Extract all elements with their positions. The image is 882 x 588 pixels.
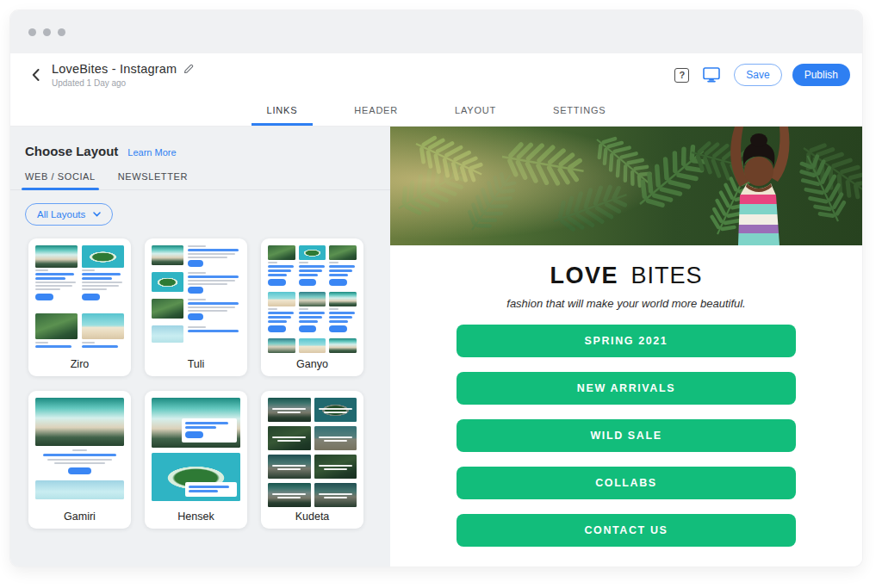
thumbnail-text-line xyxy=(82,269,95,271)
desktop-preview-icon[interactable] xyxy=(703,67,720,83)
all-layouts-dropdown[interactable]: All Layouts xyxy=(25,203,113,226)
thumbnail-text-line xyxy=(82,342,95,344)
edit-pencil-icon[interactable] xyxy=(183,64,194,74)
thumbnail-text-line xyxy=(272,408,306,411)
layout-card-ziro[interactable]: Ziro xyxy=(28,238,131,376)
brand-title-bold: LOVE xyxy=(550,263,618,288)
layout-card-kudeta[interactable]: Kudeta xyxy=(261,391,363,529)
thumbnail-button xyxy=(329,325,347,332)
layout-name: Hensek xyxy=(145,511,247,523)
layout-card-gamiri[interactable]: Gamiri xyxy=(28,391,131,529)
thumbnail-text-line xyxy=(299,320,318,323)
layout-thumbnails-grid: Ziro Tuli Ganyo Gamiri xyxy=(10,226,390,529)
thumbnail-text-line xyxy=(54,462,106,464)
thumbnail-image xyxy=(35,245,78,268)
app-header: LoveBites - Instagram Updated 1 Day ago … xyxy=(10,53,862,96)
thumbnail-overlay-card xyxy=(182,418,237,443)
thumbnail-text-line xyxy=(319,436,352,439)
help-icon[interactable]: ? xyxy=(674,68,689,83)
thumbnail-text-line xyxy=(185,426,216,429)
thumbnail-image xyxy=(152,272,183,292)
layout-card-hensek[interactable]: Hensek xyxy=(145,391,247,529)
thumbnail-button xyxy=(188,287,203,294)
header-controls: ? Save Publish xyxy=(674,64,850,86)
window-dot-icon xyxy=(58,28,65,36)
thumbnail-image xyxy=(82,245,124,268)
thumbnail-text-line xyxy=(329,316,352,319)
thumbnail-text-line xyxy=(299,262,308,263)
sidebar-title: Choose Layout xyxy=(25,144,118,158)
thumbnail-text-line xyxy=(188,257,227,258)
thumbnail-text-line xyxy=(324,440,347,443)
thumbnail-text-line xyxy=(189,490,218,492)
thumbnail-image xyxy=(314,455,357,479)
preview-link-button-spring-2021[interactable]: SPRING 2021 xyxy=(457,325,796,357)
thumbnail-image xyxy=(314,426,357,450)
thumbnail-image xyxy=(35,398,124,446)
thumbnail-text-line xyxy=(329,269,352,272)
learn-more-link[interactable]: Learn More xyxy=(127,147,176,158)
publish-button[interactable]: Publish xyxy=(792,64,850,86)
thumbnail-image xyxy=(268,398,311,422)
preview-link-button-new-arrivals[interactable]: NEW ARRIVALS xyxy=(457,372,796,405)
thumbnail-text-line xyxy=(188,275,239,278)
thumbnail-image xyxy=(35,480,124,499)
back-button[interactable] xyxy=(26,65,45,84)
thumbnail-button xyxy=(299,279,317,286)
tab-links[interactable]: LINKS xyxy=(252,96,314,126)
brand-title-light: BITES xyxy=(631,263,703,288)
preview-link-button-collabs[interactable]: COLLABS xyxy=(457,467,796,499)
tab-header[interactable]: HEADER xyxy=(339,96,413,126)
thumbnail-text-line xyxy=(72,449,86,451)
thumbnail-button xyxy=(268,279,286,286)
thumbnail-text-line xyxy=(35,282,76,283)
subtab-newsletter[interactable]: NEWSLETTER xyxy=(118,171,188,189)
thumbnail-text-line xyxy=(185,422,228,424)
thumbnail-text-line xyxy=(272,493,306,496)
preview-link-buttons: SPRING 2021NEW ARRIVALSWILD SALECOLLABSC… xyxy=(457,325,796,547)
thumbnail-image xyxy=(268,455,311,479)
hero-image xyxy=(390,127,862,245)
thumbnail-text-line xyxy=(188,245,206,247)
main-tab-bar: LINKSHEADERLAYOUTSETTINGS xyxy=(10,96,862,127)
thumbnail-text-line xyxy=(277,412,301,414)
tab-layout[interactable]: LAYOUT xyxy=(439,96,512,126)
thumbnail-image xyxy=(268,483,311,507)
window-dot-icon xyxy=(28,28,36,36)
preview-link-button-wild-sale[interactable]: WILD SALE xyxy=(457,419,796,452)
thumbnail-text-line xyxy=(268,262,277,263)
thumbnail-text-line xyxy=(188,302,239,305)
layout-card-tuli[interactable]: Tuli xyxy=(145,238,247,376)
layout-thumbnail xyxy=(152,398,240,508)
preview-link-button-contact-us[interactable]: CONTACT US xyxy=(457,514,796,547)
layout-card-ganyo[interactable]: Ganyo xyxy=(261,238,363,376)
updated-timestamp: Updated 1 Day ago xyxy=(52,78,194,88)
thumbnail-text-line xyxy=(277,440,301,443)
thumbnail-text-line xyxy=(324,468,347,471)
layout-chooser-sidebar: Choose Layout Learn More WEB / SOCIALNEW… xyxy=(10,127,390,566)
thumbnail-text-line xyxy=(299,312,325,314)
thumbnail-button xyxy=(329,279,347,286)
thumbnail-text-line xyxy=(82,288,107,290)
thumbnail-text-line xyxy=(268,265,294,268)
thumbnail-text-line xyxy=(188,283,227,285)
tab-settings[interactable]: SETTINGS xyxy=(537,96,621,126)
thumbnail-text-line xyxy=(188,306,235,308)
subtab-web-social[interactable]: WEB / SOCIAL xyxy=(25,171,96,189)
thumbnail-button xyxy=(82,294,100,300)
thumbnail-text-line xyxy=(268,320,287,323)
save-button[interactable]: Save xyxy=(734,64,781,86)
thumbnail-text-line xyxy=(299,316,322,319)
thumbnail-text-line xyxy=(82,282,122,283)
chevron-left-icon xyxy=(32,69,40,81)
thumbnail-text-line xyxy=(324,497,347,499)
thumbnail-text-line xyxy=(35,285,72,287)
sidebar-sub-tabs: WEB / SOCIALNEWSLETTER xyxy=(10,171,390,190)
thumbnail-text-line xyxy=(329,320,348,323)
thumbnail-image xyxy=(152,325,183,343)
thumbnail-text-line xyxy=(188,326,206,328)
thumbnail-text-line xyxy=(268,312,294,314)
thumbnail-text-line xyxy=(188,310,227,312)
layout-name: Tuli xyxy=(145,358,247,370)
thumbnail-text-line xyxy=(277,497,301,499)
